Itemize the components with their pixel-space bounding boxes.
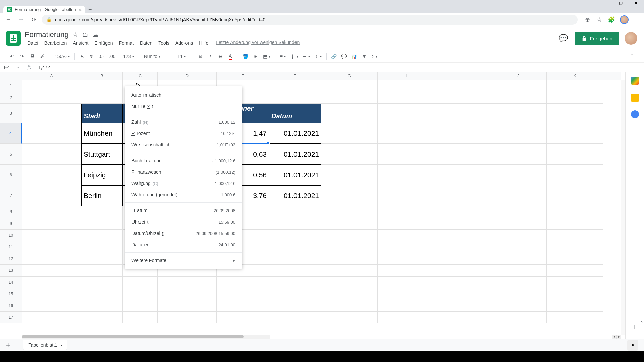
cell-F14[interactable] (269, 277, 321, 288)
row-header-9[interactable]: 9 (0, 218, 22, 230)
side-panel-collapse-icon[interactable]: › (641, 319, 643, 325)
cell-F11[interactable] (269, 241, 321, 253)
select-all-corner[interactable] (0, 72, 22, 80)
sheets-logo-icon[interactable] (6, 31, 21, 46)
format-datetime[interactable]: Datum/Uhrzeit26.09.2008 15:59:00 (125, 228, 242, 239)
tasks-icon[interactable] (631, 110, 639, 118)
format-time[interactable]: Uhrzeit15:59:00 (125, 216, 242, 228)
cell-A3[interactable] (22, 104, 81, 123)
cell-F2[interactable] (269, 92, 321, 104)
col-header-A[interactable]: A (22, 72, 81, 80)
format-number[interactable]: Zahl (N)1.000,12 (125, 116, 242, 128)
bookmark-icon[interactable]: ☆ (596, 16, 603, 23)
row-header-7[interactable]: 7 (0, 185, 22, 206)
menu-ansicht[interactable]: Ansicht (70, 40, 91, 46)
row-header-11[interactable]: 11 (0, 241, 22, 253)
row-header-5[interactable]: 5 (0, 144, 22, 165)
cell-G17[interactable] (321, 312, 378, 323)
col-header-B[interactable]: B (81, 72, 123, 80)
cell-J9[interactable] (490, 218, 547, 230)
cell-G10[interactable] (321, 230, 378, 241)
row-header-17[interactable]: 17 (0, 312, 22, 323)
row-header-3[interactable]: 3 (0, 104, 22, 123)
cell-H15[interactable] (378, 288, 434, 300)
cell-I16[interactable] (434, 300, 490, 312)
row-header-2[interactable]: 2 (0, 92, 22, 104)
chart-button[interactable]: 📊 (350, 52, 359, 61)
cell-F5[interactable]: 01.01.2021 (269, 144, 321, 165)
cell-A7[interactable] (22, 185, 81, 206)
redo-button[interactable]: ↷ (17, 52, 27, 61)
cell-J10[interactable] (490, 230, 547, 241)
cell-H8[interactable] (378, 206, 434, 218)
cell-G5[interactable] (321, 144, 378, 165)
row-header-1[interactable]: 1 (0, 80, 22, 92)
doc-title[interactable]: Formatierung (25, 30, 69, 39)
menu-tools[interactable]: Tools (156, 40, 172, 46)
menu-einfuegen[interactable]: Einfügen (92, 40, 115, 46)
percent-button[interactable]: % (88, 52, 97, 61)
col-header-I[interactable]: I (434, 72, 490, 80)
wrap-button[interactable]: ↵ (301, 52, 312, 61)
cell-B11[interactable] (81, 241, 123, 253)
row-header-13[interactable]: 13 (0, 265, 22, 277)
cell-D16[interactable] (158, 300, 217, 312)
cell-D15[interactable] (158, 288, 217, 300)
link-button[interactable]: 🔗 (329, 52, 339, 61)
text-color-button[interactable]: A (226, 52, 235, 61)
cell-A16[interactable] (22, 300, 81, 312)
cell-K13[interactable] (547, 265, 603, 277)
toolbar-collapse-icon[interactable]: ˆ (627, 52, 637, 61)
col-header-G[interactable]: G (321, 72, 378, 80)
cell-K8[interactable] (547, 206, 603, 218)
menu-format[interactable]: Format (117, 40, 136, 46)
cell-B6[interactable]: Leipzig (81, 165, 123, 185)
print-button[interactable]: 🖶 (28, 52, 37, 61)
formula-input[interactable]: 1,472 (36, 65, 50, 70)
cell-B9[interactable] (81, 218, 123, 230)
cell-G7[interactable] (321, 185, 378, 206)
v-align-button[interactable]: ⭳ (288, 52, 300, 61)
cell-J11[interactable] (490, 241, 547, 253)
format-accounting[interactable]: Buchhaltung- 1.000,12 € (125, 155, 242, 166)
currency-button[interactable]: € (77, 52, 87, 61)
cell-F9[interactable] (269, 218, 321, 230)
cell-F3[interactable]: Datum (269, 104, 321, 123)
cell-I13[interactable] (434, 265, 490, 277)
cell-C16[interactable] (123, 300, 158, 312)
nav-back-button[interactable]: ← (3, 15, 13, 25)
cell-H4[interactable] (378, 123, 434, 144)
cell-B12[interactable] (81, 253, 123, 265)
browser-tab-active[interactable]: Formatierung - Google Tabellen × (3, 6, 85, 13)
menu-bearbeiten[interactable]: Bearbeiten (42, 40, 69, 46)
format-currency[interactable]: Währung (C)1.000,12 € (125, 178, 242, 189)
italic-button[interactable]: I (206, 52, 215, 61)
cell-H12[interactable] (378, 253, 434, 265)
cell-H5[interactable] (378, 144, 434, 165)
row-header-12[interactable]: 12 (0, 253, 22, 265)
filter-button[interactable]: ▼ (360, 52, 369, 61)
cell-K14[interactable] (547, 277, 603, 288)
horizontal-scrollbar[interactable] (22, 335, 270, 339)
cell-C15[interactable] (123, 288, 158, 300)
cell-A14[interactable] (22, 277, 81, 288)
zoom-icon[interactable]: ⊕ (584, 16, 591, 23)
cell-H3[interactable] (378, 104, 434, 123)
extensions-icon[interactable]: 🧩 (608, 16, 615, 23)
calendar-icon[interactable] (631, 77, 639, 85)
cell-F1[interactable] (269, 80, 321, 92)
cell-K5[interactable] (547, 144, 603, 165)
cell-F10[interactable] (269, 230, 321, 241)
cell-J14[interactable] (490, 277, 547, 288)
row-header-8[interactable]: 8 (0, 206, 22, 218)
cell-K3[interactable] (547, 104, 603, 123)
paint-format-button[interactable]: 🖌 (38, 52, 47, 61)
number-format-dropdown[interactable]: 123 (121, 52, 136, 61)
cell-G8[interactable] (321, 206, 378, 218)
side-panel-add-icon[interactable]: + (632, 322, 637, 332)
cell-H16[interactable] (378, 300, 434, 312)
col-header-D[interactable]: D (158, 72, 217, 80)
cell-A13[interactable] (22, 265, 81, 277)
cell-C14[interactable] (123, 277, 158, 288)
add-sheet-button[interactable]: + (6, 341, 10, 350)
